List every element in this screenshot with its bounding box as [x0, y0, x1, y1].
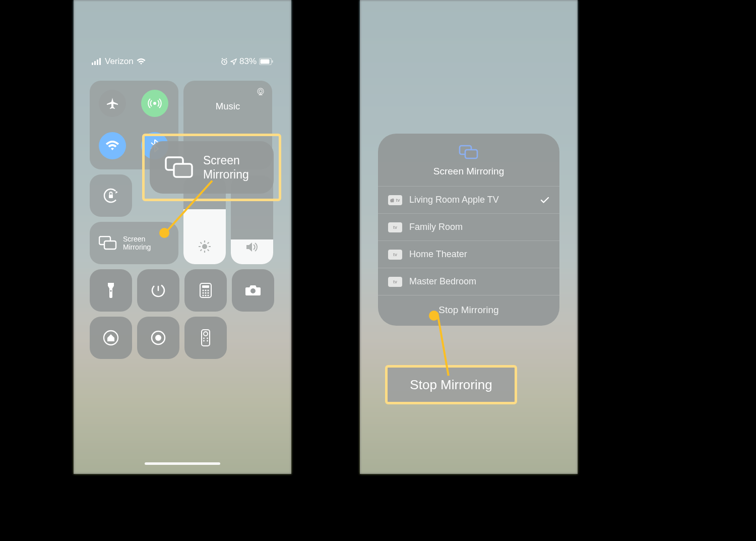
svg-rect-50 — [465, 150, 477, 158]
svg-point-34 — [202, 294, 204, 296]
svg-line-22 — [208, 243, 209, 244]
carrier-label: Verizon — [105, 56, 134, 67]
airplane-icon — [106, 97, 119, 110]
screen-mirroring-icon — [459, 145, 479, 160]
cellular-data-toggle[interactable] — [141, 90, 168, 117]
remote-icon — [201, 329, 210, 346]
svg-rect-48 — [174, 164, 192, 177]
svg-rect-0 — [92, 63, 93, 65]
svg-point-15 — [202, 244, 207, 249]
svg-point-44 — [207, 338, 208, 339]
svg-point-24 — [110, 290, 111, 291]
antenna-icon — [148, 96, 162, 110]
calculator-icon — [200, 283, 212, 298]
svg-point-45 — [203, 340, 205, 342]
media-title: Music — [183, 101, 272, 112]
wifi-toggle[interactable] — [99, 132, 126, 159]
svg-point-37 — [250, 288, 256, 293]
status-left: Verizon — [92, 56, 146, 67]
screen-record-button[interactable] — [137, 317, 179, 359]
svg-rect-1 — [94, 61, 96, 65]
airplay-icon — [256, 88, 265, 96]
volume-icon — [246, 242, 258, 252]
svg-rect-3 — [99, 58, 101, 65]
svg-point-29 — [205, 289, 206, 291]
svg-point-43 — [203, 338, 205, 339]
annotation-callout-label: Stop Mirroring — [410, 377, 492, 393]
annotation-callout-screen-mirroring: ScreenMirroring — [142, 134, 281, 201]
orientation-lock-toggle[interactable] — [90, 174, 132, 217]
annotation-callout-stop-mirroring: Stop Mirroring — [385, 365, 517, 404]
screen-mirroring-icon — [165, 156, 194, 178]
battery-percentage: 83% — [239, 56, 257, 67]
svg-rect-7 — [272, 61, 273, 63]
battery-icon — [259, 58, 273, 65]
apple-tv-remote-button[interactable] — [184, 317, 227, 359]
panel-title: Screen Mirroring — [378, 166, 559, 177]
svg-point-8 — [153, 102, 156, 105]
svg-point-35 — [205, 294, 206, 296]
apple-tv-badge-icon: tv — [388, 222, 402, 232]
svg-point-36 — [207, 294, 209, 296]
svg-point-31 — [202, 292, 204, 293]
lock-rotation-icon — [102, 187, 119, 204]
device-row[interactable]: tv Living Room Apple TV — [378, 186, 559, 213]
checkmark-icon — [540, 197, 549, 204]
home-icon — [103, 330, 119, 346]
signal-bars-icon — [92, 58, 102, 65]
home-button[interactable] — [90, 317, 132, 359]
annotation-dot — [429, 311, 439, 321]
annotation-callout-label: ScreenMirroring — [203, 153, 249, 182]
screenshot-right-mirroring-panel: Screen Mirroring tv Living Room Apple TV… — [360, 0, 578, 474]
panel-header-icon — [378, 145, 559, 160]
airplane-mode-toggle[interactable] — [99, 90, 126, 117]
svg-line-23 — [201, 250, 202, 251]
home-indicator[interactable] — [145, 462, 220, 465]
device-label: Home Theater — [409, 249, 467, 260]
svg-line-20 — [201, 243, 202, 244]
status-right: 83% — [221, 56, 273, 67]
svg-rect-27 — [202, 285, 209, 288]
flashlight-button[interactable] — [90, 269, 132, 312]
screen-mirroring-panel: Screen Mirroring tv Living Room Apple TV… — [378, 134, 559, 326]
device-label: Family Room — [409, 222, 463, 232]
timer-icon — [150, 282, 166, 298]
device-row[interactable]: tv Family Room — [378, 213, 559, 241]
brightness-fill — [183, 209, 226, 264]
screen-mirroring-icon — [99, 236, 117, 250]
location-icon — [230, 58, 237, 65]
apple-tv-badge-icon: tv — [388, 250, 402, 260]
wifi-icon — [105, 140, 119, 151]
calculator-button[interactable] — [184, 269, 227, 312]
svg-point-33 — [207, 292, 209, 293]
status-bar: Verizon 83% — [74, 56, 291, 67]
alarm-icon — [221, 58, 228, 65]
wifi-icon — [137, 58, 146, 65]
apple-tv-badge-icon: tv — [388, 277, 402, 287]
svg-point-28 — [202, 289, 204, 291]
svg-point-46 — [207, 340, 208, 342]
timer-button[interactable] — [137, 269, 179, 312]
svg-rect-14 — [104, 241, 116, 249]
annotation-dot — [159, 228, 169, 238]
screenshot-left-control-center: Verizon 83% Music — [74, 0, 291, 474]
svg-rect-2 — [97, 59, 98, 65]
device-row[interactable]: tv Master Bedroom — [378, 268, 559, 295]
apple-tv-badge-icon: tv — [388, 195, 402, 205]
flashlight-icon — [106, 282, 115, 299]
svg-rect-6 — [261, 59, 270, 64]
device-label: Master Bedroom — [409, 276, 476, 287]
record-icon — [150, 330, 166, 346]
svg-point-30 — [207, 289, 209, 291]
sun-icon — [198, 240, 211, 253]
svg-line-21 — [208, 250, 209, 251]
svg-point-42 — [204, 332, 208, 336]
stop-mirroring-button[interactable]: Stop Mirroring — [378, 295, 559, 326]
camera-button[interactable] — [232, 269, 274, 312]
svg-point-32 — [205, 292, 206, 293]
device-row[interactable]: tv Home Theater — [378, 241, 559, 268]
svg-point-10 — [259, 90, 262, 93]
screen-mirroring-label: ScreenMirroring — [123, 235, 151, 251]
device-label: Living Room Apple TV — [409, 195, 499, 205]
camera-icon — [245, 284, 261, 296]
